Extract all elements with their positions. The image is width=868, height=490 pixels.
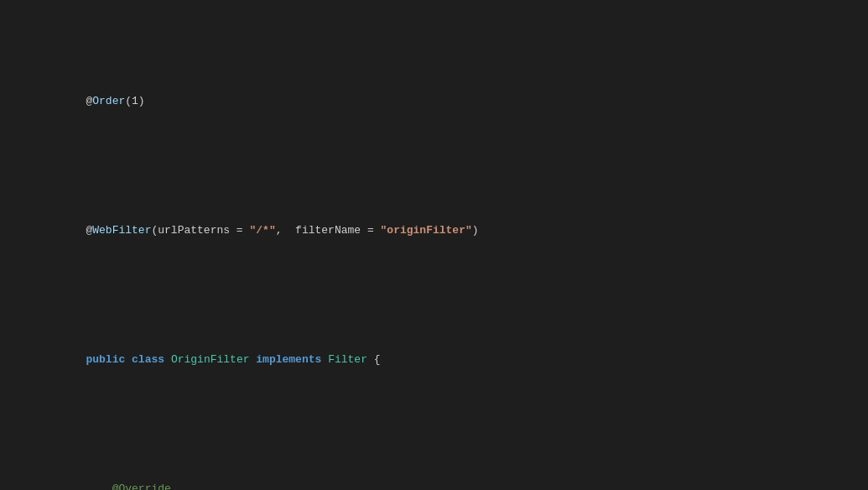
code-content: @Order(1) @WebFilter(urlPatterns = "/*",… xyxy=(0,0,868,490)
code-editor: @Order(1) @WebFilter(urlPatterns = "/*",… xyxy=(0,0,868,490)
code-line-2: @WebFilter(urlPatterns = "/*", filterNam… xyxy=(34,203,868,258)
code-line-1: @Order(1) xyxy=(34,74,868,129)
code-line-4: @Override xyxy=(34,461,868,490)
code-line-3: public class OriginFilter implements Fil… xyxy=(34,332,868,388)
